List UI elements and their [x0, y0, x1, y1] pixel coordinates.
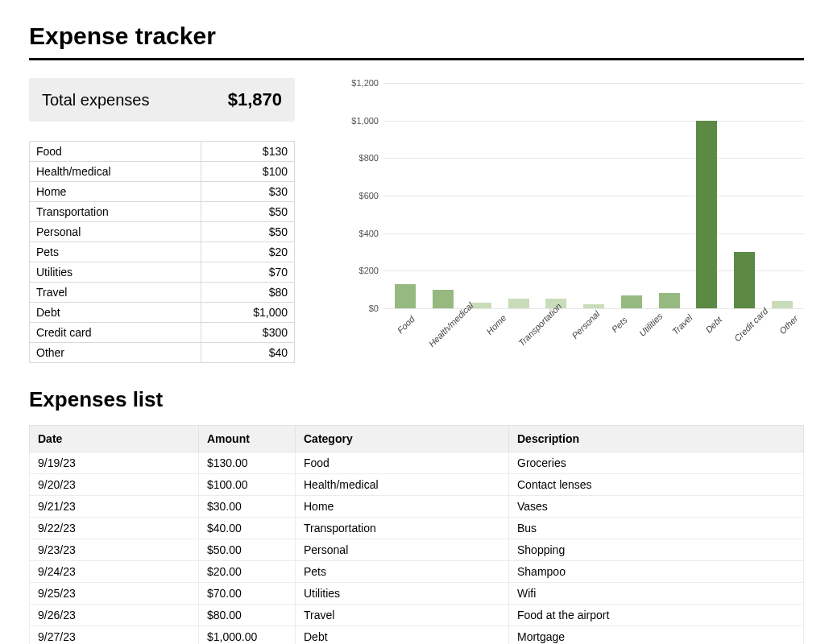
chart-bar [583, 304, 604, 308]
cell-date: 9/19/23 [30, 452, 199, 474]
chart-bar-slot [575, 304, 613, 308]
summary-row: Transportation$50 [30, 202, 295, 222]
cell-amount: $20.00 [199, 561, 296, 583]
summary-amount: $1,000 [201, 303, 294, 323]
chart-y-tick: $0 [343, 303, 379, 313]
summary-row: Other$40 [30, 343, 295, 363]
cell-category: Health/medical [296, 474, 509, 496]
cell-description: Contact lenses [509, 474, 804, 496]
chart-bar [772, 301, 793, 308]
chart-bar-slot [425, 290, 462, 308]
summary-amount: $50 [201, 202, 294, 222]
header-category: Category [296, 426, 509, 452]
summary-category: Credit card [30, 323, 201, 343]
summary-row: Health/medical$100 [30, 162, 295, 182]
summary-category: Personal [30, 222, 201, 242]
summary-row: Personal$50 [30, 222, 295, 242]
table-row: 9/26/23$80.00TravelFood at the airport [30, 605, 804, 626]
table-row: 9/21/23$30.00HomeVases [30, 496, 804, 518]
chart-bar [433, 290, 454, 308]
chart-y-tick: $1,200 [343, 78, 379, 88]
cell-description: Shopping [509, 539, 804, 561]
cell-category: Transportation [296, 518, 509, 539]
summary-category: Transportation [30, 202, 201, 222]
cell-date: 9/20/23 [30, 474, 199, 496]
summary-row: Utilities$70 [30, 262, 295, 283]
total-expenses-box: Total expenses $1,870 [29, 78, 295, 122]
expense-chart: $0$200$400$600$800$1,000$1,200 FoodHealt… [343, 78, 804, 365]
summary-row: Pets$20 [30, 242, 295, 262]
chart-y-tick: $1,000 [343, 116, 379, 126]
summary-amount: $50 [201, 222, 294, 242]
chart-bar-slot [612, 295, 650, 308]
chart-bar-slot [688, 121, 726, 308]
summary-category: Health/medical [30, 162, 201, 182]
chart-bar-slot [387, 284, 425, 308]
cell-description: Mortgage [509, 626, 804, 645]
top-row: Total expenses $1,870 Food$130Health/med… [29, 78, 804, 365]
summary-amount: $80 [201, 283, 294, 303]
chart-bar [734, 252, 755, 308]
summary-amount: $40 [201, 343, 294, 363]
summary-amount: $30 [201, 182, 294, 202]
summary-amount: $300 [201, 323, 294, 343]
summary-amount: $100 [201, 162, 294, 182]
chart-y-tick: $600 [343, 191, 379, 200]
cell-description: Wifi [509, 583, 804, 605]
cell-date: 9/27/23 [30, 626, 199, 645]
summary-table: Food$130Health/medical$100Home$30Transpo… [29, 141, 295, 363]
chart-bar [508, 299, 529, 308]
table-row: 9/19/23$130.00FoodGroceries [30, 452, 804, 474]
table-row: 9/20/23$100.00Health/medicalContact lens… [30, 474, 804, 496]
cell-category: Travel [296, 605, 509, 626]
cell-date: 9/25/23 [30, 583, 199, 605]
chart-bar-slot [499, 299, 537, 308]
expenses-list-table: Date Amount Category Description 9/19/23… [29, 425, 804, 644]
list-header-row: Date Amount Category Description [30, 426, 804, 452]
chart-y-tick: $200 [343, 266, 379, 275]
summary-amount: $130 [201, 142, 294, 162]
total-label: Total expenses [42, 91, 149, 109]
summary-row: Travel$80 [30, 283, 295, 303]
cell-amount: $1,000.00 [199, 626, 296, 645]
summary-row: Home$30 [30, 182, 295, 202]
cell-date: 9/24/23 [30, 561, 199, 583]
chart-bar [659, 293, 680, 308]
cell-category: Utilities [296, 583, 509, 605]
chart-bar-slot [650, 293, 688, 308]
table-row: 9/24/23$20.00PetsShampoo [30, 561, 804, 583]
header-description: Description [509, 426, 804, 452]
summary-category: Utilities [30, 262, 201, 283]
cell-category: Personal [296, 539, 509, 561]
cell-category: Debt [296, 626, 509, 645]
cell-amount: $80.00 [199, 605, 296, 626]
table-row: 9/22/23$40.00TransportationBus [30, 518, 804, 539]
cell-category: Home [296, 496, 509, 518]
summary-row: Food$130 [30, 142, 295, 162]
summary-category: Food [30, 142, 201, 162]
cell-date: 9/23/23 [30, 539, 199, 561]
chart-bar [621, 295, 642, 308]
summary-row: Debt$1,000 [30, 303, 295, 323]
chart-bar [395, 284, 416, 308]
cell-category: Food [296, 452, 509, 474]
chart-y-tick: $400 [343, 229, 379, 238]
summary-category: Debt [30, 303, 201, 323]
chart-bar [696, 121, 717, 308]
cell-amount: $70.00 [199, 583, 296, 605]
chart-y-tick: $800 [343, 153, 379, 163]
summary-category: Travel [30, 283, 201, 303]
cell-date: 9/21/23 [30, 496, 199, 518]
cell-description: Vases [509, 496, 804, 518]
summary-category: Home [30, 182, 201, 202]
chart-x-label: Other [774, 310, 833, 369]
chart-bars [383, 83, 804, 308]
cell-amount: $40.00 [199, 518, 296, 539]
summary-category: Other [30, 343, 201, 363]
cell-description: Bus [509, 518, 804, 539]
chart-bar-slot [763, 301, 801, 308]
cell-amount: $130.00 [199, 452, 296, 474]
cell-amount: $30.00 [199, 496, 296, 518]
header-amount: Amount [199, 426, 296, 452]
expenses-list-heading: Expenses list [29, 387, 804, 412]
